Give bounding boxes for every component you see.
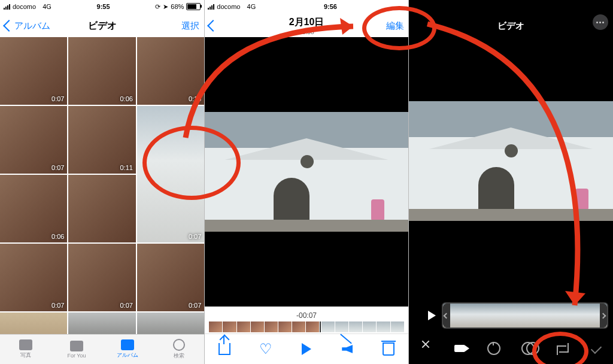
duration-label: 0:07 xyxy=(189,233,201,240)
video-thumb[interactable]: 0:07 xyxy=(0,37,67,105)
divider xyxy=(408,0,409,364)
back-button[interactable] xyxy=(209,22,217,30)
share-icon xyxy=(219,343,230,355)
video-thumb[interactable]: 0:07 xyxy=(0,244,67,311)
location-icon: ➤ xyxy=(163,3,168,11)
video-thumb[interactable]: 0:06 xyxy=(0,175,67,242)
search-icon xyxy=(173,339,185,351)
tab-foryou[interactable]: For You xyxy=(51,335,102,364)
crop-icon xyxy=(557,343,568,354)
video-thumb[interactable]: 0:08 xyxy=(137,313,204,335)
cancel-button[interactable] xyxy=(417,340,434,357)
time-label: 10:58 xyxy=(204,29,408,35)
video-thumb[interactable]: 0:07 xyxy=(0,106,67,174)
mute-button[interactable] xyxy=(339,341,356,357)
back-label: アルバム xyxy=(14,20,50,32)
back-button[interactable]: アルバム xyxy=(5,20,50,32)
tab-label: アルバム xyxy=(117,351,138,359)
duration-label: 0:07 xyxy=(51,302,64,309)
trim-strip xyxy=(428,303,608,328)
building-image xyxy=(409,101,613,221)
heart-icon: ♡ xyxy=(259,341,272,357)
tab-label: For You xyxy=(67,353,86,359)
video-grid: 0:07 0:06 0:10 0:07 0:11 0:07 0:06 0:07 … xyxy=(0,37,204,335)
screenshot-editor: ビデオ xyxy=(409,0,613,364)
playhead[interactable] xyxy=(320,321,321,332)
more-button[interactable] xyxy=(593,14,608,30)
signal-icon xyxy=(208,4,214,10)
check-icon xyxy=(591,343,602,354)
toolbar: ♡ xyxy=(204,333,408,364)
duration-label: 0:07 xyxy=(51,95,64,102)
video-preview[interactable] xyxy=(204,37,408,307)
duration-label: 0:10 xyxy=(189,95,201,102)
network-label: 4G xyxy=(43,3,51,10)
delete-button[interactable] xyxy=(380,341,397,357)
video-thumb[interactable]: 0:07 xyxy=(137,106,204,242)
status-bar: docomo 4G 9:55 ⟳➤68% xyxy=(0,0,204,13)
video-preview[interactable] xyxy=(409,37,613,285)
foryou-icon xyxy=(70,341,83,351)
tab-label: 写真 xyxy=(20,351,31,359)
video-thumb[interactable]: 0:08 xyxy=(0,313,67,335)
adjust-button[interactable] xyxy=(485,340,502,357)
albums-icon xyxy=(121,339,134,350)
duration-label: 0:06 xyxy=(120,95,132,102)
screenshot-preview: docomo 4G 9:56 2月10日10:58 編集 -00:07 ♡ xyxy=(204,0,408,364)
video-thumb[interactable]: 0:11 xyxy=(68,106,135,174)
nav-bar: 2月10日10:58 編集 xyxy=(204,13,408,38)
chevron-left-icon xyxy=(3,20,15,32)
status-bar: docomo 4G 9:56 xyxy=(204,0,408,13)
trim-handle-left[interactable] xyxy=(443,304,450,327)
carrier-label: docomo xyxy=(217,3,240,10)
editor-toolbar xyxy=(409,333,613,364)
duration-label: 0:11 xyxy=(120,164,132,171)
battery-icon xyxy=(186,3,201,10)
filmstrip[interactable] xyxy=(209,321,403,332)
time-counter: -00:07 xyxy=(204,311,408,320)
video-thumb[interactable]: 0:06 xyxy=(68,37,135,105)
edit-button[interactable]: 編集 xyxy=(386,20,404,32)
favorite-button[interactable]: ♡ xyxy=(257,341,274,357)
crop-button[interactable] xyxy=(554,340,570,357)
trim-handle-right[interactable] xyxy=(600,304,607,327)
duration-label: 0:07 xyxy=(51,164,64,171)
carrier-label: docomo xyxy=(13,3,36,10)
done-button[interactable] xyxy=(588,340,605,357)
duration-label: 0:06 xyxy=(51,233,64,240)
mute-icon xyxy=(342,345,353,353)
tab-label: 検索 xyxy=(174,352,184,360)
video-thumb[interactable]: 0:07 xyxy=(137,244,204,311)
duration-label: 0:07 xyxy=(189,302,201,309)
duration-label: 0:07 xyxy=(120,302,132,309)
photos-icon xyxy=(19,339,32,350)
filters-icon xyxy=(521,342,535,355)
building-image xyxy=(204,112,408,232)
page-title: 2月10日10:58 xyxy=(204,16,408,35)
tab-photos[interactable]: 写真 xyxy=(0,335,51,364)
trim-clip[interactable] xyxy=(442,302,608,329)
video-icon xyxy=(454,345,465,352)
video-thumb[interactable]: 0:10 xyxy=(137,37,204,105)
clock-label: 9:55 xyxy=(97,3,110,10)
battery-label: 68% xyxy=(171,3,184,10)
orientation-icon: ⟳ xyxy=(155,3,160,11)
date-label: 2月10日 xyxy=(289,17,324,27)
divider xyxy=(204,0,205,364)
video-thumb[interactable] xyxy=(68,175,135,242)
screenshot-album: docomo 4G 9:55 ⟳➤68% アルバム ビデオ 選択 0:07 0:… xyxy=(0,0,204,364)
page-title: ビデオ xyxy=(409,20,613,32)
filters-button[interactable] xyxy=(520,340,536,357)
play-icon xyxy=(302,343,311,355)
play-button[interactable] xyxy=(428,311,436,320)
network-label: 4G xyxy=(247,3,256,10)
video-thumb[interactable]: 0:06 xyxy=(68,313,135,335)
video-mode-button[interactable] xyxy=(451,340,468,357)
play-button[interactable] xyxy=(298,341,315,357)
clock-label: 9:56 xyxy=(324,3,337,10)
video-thumb[interactable]: 0:07 xyxy=(68,244,135,311)
share-button[interactable] xyxy=(216,341,233,357)
select-button[interactable]: 選択 xyxy=(181,20,199,32)
tab-albums[interactable]: アルバム xyxy=(102,335,153,364)
tab-search[interactable]: 検索 xyxy=(153,335,204,364)
